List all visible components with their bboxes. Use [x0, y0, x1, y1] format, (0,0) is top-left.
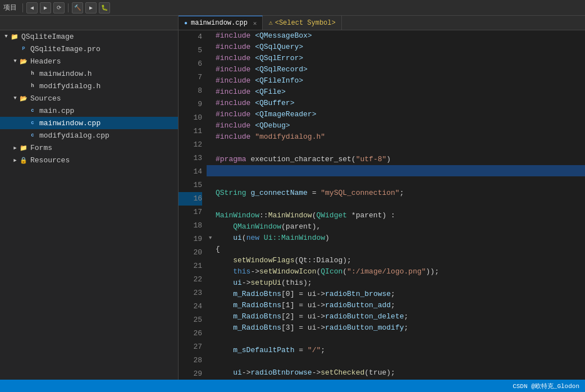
code-line-11: #include <QImageReader> — [207, 109, 585, 120]
ln-22: 22 — [179, 273, 202, 286]
separator — [22, 3, 23, 12]
code-line-6: #include <QSqlError> — [207, 53, 585, 64]
refresh-button[interactable]: ⟳ — [53, 2, 65, 13]
fold-13 — [209, 131, 216, 143]
forms-label: Forms — [30, 144, 52, 152]
symbol-label: <Select Symbol> — [275, 19, 336, 27]
ln-25: 25 — [179, 313, 202, 327]
ln-24: 24 — [179, 300, 202, 313]
code-lines: #include <QMessageBox> #include <QSqlQue… — [207, 30, 585, 380]
tab-close-button[interactable]: ✕ — [253, 20, 257, 27]
fold-34 — [209, 367, 216, 379]
code-line-18: QString g_connectName = "mySQL_connectio… — [207, 188, 585, 199]
ln-5: 5 — [179, 44, 202, 57]
fold-23 — [209, 244, 216, 255]
folder-icon: 📁 — [10, 32, 19, 41]
sidebar-item-mainwindow-h[interactable]: h mainwindow.h — [0, 67, 178, 80]
code-line-24: setWindowFlags(Qt::Dialog); — [207, 255, 585, 266]
top-toolbar: 项目 ◀ ▶ ⟳ 🔨 ▶ 🐛 — [0, 0, 585, 16]
header-icon: h — [28, 69, 37, 78]
pro-file-icon: P — [19, 44, 28, 53]
fold-17 — [209, 176, 216, 188]
sidebar-item-pro-file[interactable]: P QSqliteImage.pro — [0, 43, 178, 55]
fold-22[interactable]: ▼ — [209, 233, 216, 244]
project-label: 项目 — [3, 3, 17, 12]
code-line-20: MainWindow::MainWindow(QWidget *parent) … — [207, 210, 585, 221]
fold-9 — [209, 86, 216, 98]
code-line-17 — [207, 176, 585, 188]
code-line-21: QMainWindow(parent), — [207, 221, 585, 233]
code-editor[interactable]: 4 5 6 7 8 9 10 11 12 13 14 15 16 17 18 1… — [179, 30, 585, 380]
fold-31 — [209, 334, 216, 345]
tab-mainwindow-cpp[interactable]: ● mainwindow.cpp ✕ — [179, 16, 263, 30]
fold-29 — [209, 311, 216, 322]
separator2 — [68, 3, 68, 12]
tab-bar: ● mainwindow.cpp ✕ ⚠ <Select Symbol> — [0, 16, 585, 30]
code-line-32: m_sDefaultPath = "/"; — [207, 345, 585, 356]
warning-icon: ⚠ — [268, 19, 272, 27]
ln-14: 14 — [179, 165, 202, 179]
run-button[interactable]: ▶ — [85, 2, 97, 13]
resources-label: Resources — [30, 156, 70, 165]
sources-label: Sources — [30, 94, 61, 103]
ln-29: 29 — [179, 367, 202, 380]
ln-20: 20 — [179, 246, 202, 259]
modifydialog-h-label: modifydialog.h — [39, 82, 100, 90]
build-button[interactable]: 🔨 — [72, 2, 83, 13]
code-line-22: ▼ ui(new Ui::MainWindow) — [207, 233, 585, 244]
ln-13: 13 — [179, 152, 202, 165]
code-line-26: ui->setupUi(this); — [207, 277, 585, 289]
line-numbers: 4 5 6 7 8 9 10 11 12 13 14 15 16 17 18 1… — [179, 30, 207, 380]
bottom-bar: CSDN @欧特克_Glodon — [0, 380, 585, 392]
resources-folder-icon: 🔒 — [19, 156, 28, 165]
code-line-10: #include <QBuffer> — [207, 98, 585, 109]
ln-8: 8 — [179, 84, 202, 98]
header-icon2: h — [28, 81, 37, 90]
fold-21 — [209, 221, 216, 233]
cpp-file-icon: c — [28, 106, 37, 115]
sidebar-item-modifydialog-cpp[interactable]: c modifydialog.cpp — [0, 129, 178, 142]
fold-19 — [209, 199, 216, 210]
ln-10: 10 — [179, 111, 202, 125]
fold-28 — [209, 300, 216, 311]
sidebar-item-resources[interactable]: 🔒 Resources — [0, 154, 178, 166]
sidebar-item-headers[interactable]: 📂 Headers — [0, 55, 178, 67]
code-line-15: #pragma execution_character_set("utf-8") — [207, 154, 585, 165]
code-line-8: #include <QFileInfo> — [207, 75, 585, 86]
ln-17: 17 — [179, 206, 202, 219]
ln-21: 21 — [179, 259, 202, 273]
fold-12 — [209, 120, 216, 131]
code-line-34: ui->radioBtnbrowse->setChecked(true); — [207, 367, 585, 379]
fold-16 — [209, 165, 216, 176]
code-line-27: m_RadioBtns[0] = ui->radioBtn_browse; — [207, 289, 585, 300]
sidebar-item-sources[interactable]: 📂 Sources — [0, 92, 178, 104]
code-line-13: #include "modifydialog.h" — [207, 131, 585, 143]
ln-7: 7 — [179, 71, 202, 84]
fold-7 — [209, 64, 216, 75]
ln-11: 11 — [179, 125, 202, 138]
project-name: QSqliteImage — [21, 33, 74, 41]
sidebar-item-forms[interactable]: 📁 Forms — [0, 142, 178, 154]
tab-label: mainwindow.cpp — [191, 19, 248, 27]
cpp-file-icon3: c — [28, 131, 37, 140]
code-line-4: #include <QMessageBox> — [207, 30, 585, 42]
code-line-30: m_RadioBtns[3] = ui->radioButton_modify; — [207, 322, 585, 334]
code-line-14 — [207, 143, 585, 154]
fold-32 — [209, 345, 216, 356]
ln-28: 28 — [179, 354, 202, 367]
ln-12: 12 — [179, 138, 202, 152]
ln-16: 16 — [179, 192, 202, 206]
code-line-19 — [207, 199, 585, 210]
sidebar-item-mainwindow-cpp[interactable]: c mainwindow.cpp — [0, 117, 178, 129]
sidebar-item-modifydialog-h[interactable]: h modifydialog.h — [0, 80, 178, 92]
expand-arrow-sources — [11, 94, 19, 102]
back-button[interactable]: ◀ — [26, 2, 38, 13]
sidebar-item-project[interactable]: 📁 QSqliteImage — [0, 30, 178, 43]
debug-button[interactable]: 🐛 — [99, 2, 110, 13]
fold-8 — [209, 75, 216, 86]
code-content[interactable]: 4 5 6 7 8 9 10 11 12 13 14 15 16 17 18 1… — [179, 30, 585, 380]
code-line-7: #include <QSqlRecord> — [207, 64, 585, 75]
forward-button[interactable]: ▶ — [40, 2, 51, 13]
tab-select-symbol[interactable]: ⚠ <Select Symbol> — [263, 16, 341, 30]
sidebar-item-main-cpp[interactable]: c main.cpp — [0, 104, 178, 117]
